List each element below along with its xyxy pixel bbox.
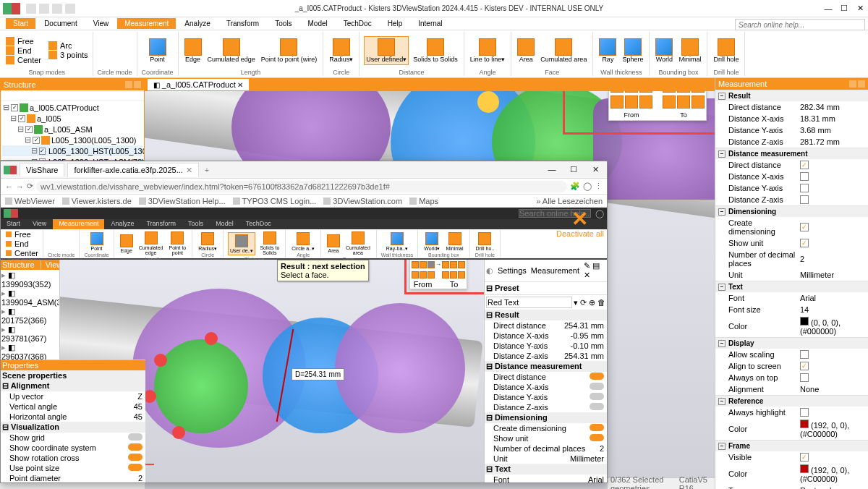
wv-tab-transform[interactable]: Transform: [140, 219, 182, 229]
section-header[interactable]: −Reference: [715, 396, 868, 407]
length-p2p-button[interactable]: Point to point (wire): [260, 37, 319, 64]
prop-row[interactable]: FontArial: [715, 292, 868, 304]
qat-undo-icon[interactable]: [39, 4, 49, 14]
coord-point-button[interactable]: Point: [148, 37, 168, 64]
qat-more-icon[interactable]: [65, 4, 75, 14]
prop-row[interactable]: Distance Y-axis3.68 mm: [715, 124, 868, 136]
snap-arc[interactable]: Arc: [48, 41, 88, 50]
prop-row[interactable]: Direct distance282.34 mm: [715, 101, 868, 113]
prop-row[interactable]: Create dimensioning: [715, 217, 868, 237]
panel-pin-icon[interactable]: [125, 81, 132, 88]
section-header[interactable]: −Result: [715, 90, 868, 101]
prop-row[interactable]: Direct distance: [715, 159, 868, 171]
prop-row[interactable]: Color (192, 0, 0), (#C00000): [715, 463, 868, 485]
browser-tab-forklifter[interactable]: forklifter-axle.catia.e3fp.2025... ✕: [67, 163, 198, 177]
bookmark[interactable]: 3DViewStation Help...: [139, 197, 226, 205]
prop-row[interactable]: Distance X-axis: [715, 171, 868, 182]
section-header[interactable]: −Text: [715, 281, 868, 292]
from-to-palette[interactable]: → FromTo: [608, 91, 707, 121]
wv-tree-node[interactable]: ▸ ◧ 296037(368): [1, 343, 59, 360]
tab-start[interactable]: Start: [6, 18, 35, 29]
bookmark[interactable]: Maps: [409, 197, 438, 205]
prop-row[interactable]: Always on top: [715, 372, 868, 383]
prop-row[interactable]: Color (0, 0, 0), (#000000): [715, 315, 868, 337]
prop-row[interactable]: Distance Z-axis: [715, 194, 868, 205]
panel-close-icon[interactable]: [134, 81, 141, 88]
tab-analyze[interactable]: Analyze: [177, 18, 218, 29]
minimal-button[interactable]: Minimal: [677, 37, 702, 64]
quick-access-toolbar[interactable]: [26, 4, 75, 14]
tab-transform[interactable]: Transform: [219, 18, 266, 29]
prop-row[interactable]: Distance X-axis18.31 mm: [715, 113, 868, 124]
prop-row[interactable]: UnitMillimeter: [715, 269, 868, 281]
section-header[interactable]: −Frame: [715, 441, 868, 451]
dimension-label[interactable]: D=254.31 mm: [292, 368, 344, 380]
section-header[interactable]: −Distance measurement: [715, 148, 868, 159]
tab-tools[interactable]: Tools: [268, 18, 299, 29]
view-tab[interactable]: ◧ _a_I005.CATProduct ✕: [148, 79, 249, 90]
ray-button[interactable]: Ray: [597, 37, 618, 64]
angle-button[interactable]: Line to line▾: [469, 37, 507, 64]
wv-tab-view[interactable]: View: [27, 219, 52, 229]
wv-measurement-panel[interactable]: ◐SettingsMeasurement✎ ▤ ✕ ⊟ Preset Red T…: [484, 260, 607, 482]
browser-minimize[interactable]: —: [543, 165, 561, 174]
wv-tab-techdoc[interactable]: TechDoc: [240, 219, 277, 229]
nav-reload-icon[interactable]: ⟳: [27, 182, 33, 191]
tab-document[interactable]: Document: [37, 18, 85, 29]
bookmark[interactable]: Viewer.kisters.de: [62, 197, 132, 205]
qat-redo-icon[interactable]: [52, 4, 62, 14]
wv-tree-node[interactable]: ▸ ◧ 201752(366): [1, 307, 59, 325]
new-tab-button[interactable]: +: [202, 166, 212, 174]
wv-tab-model[interactable]: Model: [210, 219, 239, 229]
area-button[interactable]: Area: [516, 37, 536, 64]
url-input[interactable]: wv1.viewstation.de/visshare_webviewer/in…: [36, 181, 567, 192]
qat-save-icon[interactable]: [26, 4, 36, 14]
snap-center[interactable]: Center: [6, 56, 41, 64]
prop-row[interactable]: Font size14: [715, 304, 868, 315]
bookmark[interactable]: 3DViewStation.com: [323, 197, 402, 205]
snap-free[interactable]: Free: [6, 37, 41, 46]
tab-view[interactable]: View: [86, 18, 116, 29]
close-button[interactable]: ✕: [855, 4, 865, 14]
tree-node[interactable]: ⊟a_I005.CATProduct: [2, 102, 142, 113]
prop-row[interactable]: Allow scaling: [715, 349, 868, 360]
prop-row[interactable]: Color (192, 0, 0), (#C00000): [715, 418, 868, 440]
bookmark[interactable]: WebViewer: [5, 197, 55, 205]
prop-row[interactable]: Align to screen: [715, 360, 868, 372]
section-header[interactable]: −Display: [715, 338, 868, 349]
minimize-button[interactable]: —: [823, 4, 833, 14]
wv-tab-tools[interactable]: Tools: [182, 219, 209, 229]
wv-tree-node[interactable]: ▸ ◧ 293781(367): [1, 325, 59, 343]
prop-row[interactable]: Visible: [715, 451, 868, 463]
prop-row[interactable]: AlignmentNone: [715, 383, 868, 395]
tab-model[interactable]: Model: [300, 18, 334, 29]
browser-close[interactable]: ✕: [587, 165, 604, 174]
prop-row[interactable]: Always highlight: [715, 407, 868, 418]
prop-row[interactable]: Distance Z-axis281.72 mm: [715, 136, 868, 148]
snap-end[interactable]: End: [6, 46, 41, 55]
extensions-icon[interactable]: 🧩: [570, 182, 580, 191]
drill-button[interactable]: Drill hole: [712, 37, 740, 64]
prop-row[interactable]: Number of decimal places2: [715, 249, 868, 269]
wv-tree-node[interactable]: ▸ ◧ 1399094_ASM(358): [1, 289, 59, 307]
tab-internal[interactable]: Internal: [411, 18, 449, 29]
wv-tree-node[interactable]: ▸ ◧ 1399093(352): [1, 271, 59, 289]
nav-back-icon[interactable]: ←: [5, 182, 13, 191]
wv-structure-panel[interactable]: StructureViews ▸ ◧ 1399093(352)▸ ◧ 13990…: [1, 260, 60, 360]
cum-area-button[interactable]: Cumulated area: [539, 37, 588, 64]
profile-icon[interactable]: ◯: [583, 182, 592, 191]
radius-button[interactable]: Radius▾: [328, 37, 354, 64]
snap-3points[interactable]: 3 points: [48, 51, 88, 59]
tree-node[interactable]: ⊟a_I005: [2, 113, 142, 124]
wv-from-to-palette[interactable]: → FromTo: [409, 260, 467, 289]
nav-fwd-icon[interactable]: →: [16, 182, 24, 191]
tree-node[interactable]: ⊟a_L005_ASM: [2, 124, 142, 135]
wv-tab-measurement[interactable]: Measurement: [53, 219, 104, 229]
browser-tab-visshare[interactable]: VisShare: [20, 163, 64, 177]
world-button[interactable]: World: [654, 37, 674, 64]
solids-to-solids-button[interactable]: Solids to Solids: [412, 37, 459, 64]
wv-tab-analyze[interactable]: Analyze: [105, 219, 140, 229]
prop-row[interactable]: Show unit: [715, 237, 868, 249]
tree-node[interactable]: ⊟L005_1300(L005_1300): [2, 135, 142, 145]
tree-node[interactable]: ⊟L005_1300_HST(L005_1300_HST): [2, 145, 142, 156]
